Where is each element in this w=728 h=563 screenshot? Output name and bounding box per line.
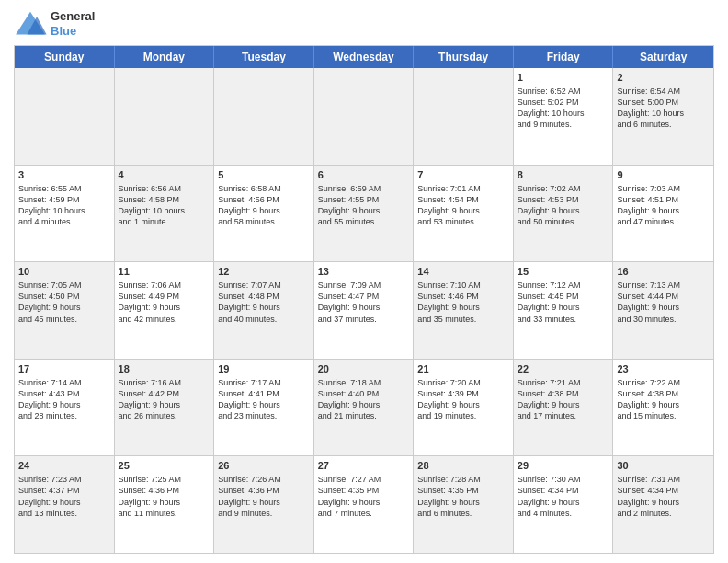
day-info: Sunrise: 6:59 AM Sunset: 4:55 PM Dayligh… xyxy=(318,183,410,228)
day-info: Sunrise: 7:12 AM Sunset: 4:45 PM Dayligh… xyxy=(518,280,609,325)
calendar-cell-1: 1Sunrise: 6:52 AM Sunset: 5:02 PM Daylig… xyxy=(514,68,614,165)
calendar-cell-22: 22Sunrise: 7:21 AM Sunset: 4:38 PM Dayli… xyxy=(514,360,614,456)
day-number: 10 xyxy=(18,265,110,279)
day-info: Sunrise: 7:09 AM Sunset: 4:47 PM Dayligh… xyxy=(318,280,410,325)
day-number: 30 xyxy=(617,459,710,473)
logo: General Blue xyxy=(14,9,95,38)
day-number: 14 xyxy=(417,265,509,279)
day-info: Sunrise: 7:14 AM Sunset: 4:43 PM Dayligh… xyxy=(18,377,110,422)
calendar-cell-18: 18Sunrise: 7:16 AM Sunset: 4:42 PM Dayli… xyxy=(115,360,215,456)
calendar-cell-25: 25Sunrise: 7:25 AM Sunset: 4:36 PM Dayli… xyxy=(115,456,215,553)
day-info: Sunrise: 7:21 AM Sunset: 4:38 PM Dayligh… xyxy=(518,377,609,422)
logo-icon xyxy=(14,10,47,38)
day-number: 3 xyxy=(18,168,110,182)
day-number: 6 xyxy=(318,168,410,182)
day-number: 1 xyxy=(518,71,609,85)
day-number: 17 xyxy=(18,362,110,376)
day-number: 29 xyxy=(518,459,609,473)
day-info: Sunrise: 7:23 AM Sunset: 4:37 PM Dayligh… xyxy=(18,474,110,519)
day-info: Sunrise: 7:13 AM Sunset: 4:44 PM Dayligh… xyxy=(617,280,710,325)
day-info: Sunrise: 7:30 AM Sunset: 4:34 PM Dayligh… xyxy=(518,474,609,519)
day-number: 4 xyxy=(119,168,210,182)
calendar-cell-empty-0-2 xyxy=(214,68,314,165)
calendar-cell-24: 24Sunrise: 7:23 AM Sunset: 4:37 PM Dayli… xyxy=(15,456,115,553)
weekday-header-monday: Monday xyxy=(115,46,215,68)
logo-text: General Blue xyxy=(51,9,95,38)
calendar-cell-17: 17Sunrise: 7:14 AM Sunset: 4:43 PM Dayli… xyxy=(15,360,115,456)
day-info: Sunrise: 7:28 AM Sunset: 4:35 PM Dayligh… xyxy=(417,474,509,519)
calendar-cell-11: 11Sunrise: 7:06 AM Sunset: 4:49 PM Dayli… xyxy=(115,262,215,359)
calendar-cell-3: 3Sunrise: 6:55 AM Sunset: 4:59 PM Daylig… xyxy=(15,166,115,262)
calendar-cell-9: 9Sunrise: 7:03 AM Sunset: 4:51 PM Daylig… xyxy=(613,166,713,262)
day-number: 9 xyxy=(617,168,710,182)
day-info: Sunrise: 7:27 AM Sunset: 4:35 PM Dayligh… xyxy=(318,474,410,519)
calendar-cell-6: 6Sunrise: 6:59 AM Sunset: 4:55 PM Daylig… xyxy=(314,166,415,262)
calendar-row-0: 1Sunrise: 6:52 AM Sunset: 5:02 PM Daylig… xyxy=(15,68,713,166)
calendar-row-2: 10Sunrise: 7:05 AM Sunset: 4:50 PM Dayli… xyxy=(15,262,713,360)
day-info: Sunrise: 7:25 AM Sunset: 4:36 PM Dayligh… xyxy=(119,474,210,519)
calendar-cell-empty-0-1 xyxy=(115,68,215,165)
day-number: 24 xyxy=(18,459,110,473)
day-info: Sunrise: 7:16 AM Sunset: 4:42 PM Dayligh… xyxy=(119,377,210,422)
day-info: Sunrise: 7:03 AM Sunset: 4:51 PM Dayligh… xyxy=(617,183,710,228)
day-number: 16 xyxy=(617,265,710,279)
day-info: Sunrise: 6:54 AM Sunset: 5:00 PM Dayligh… xyxy=(617,86,710,131)
day-number: 21 xyxy=(417,362,509,376)
page: General Blue SundayMondayTuesdayWednesda… xyxy=(0,0,728,563)
day-number: 26 xyxy=(218,459,310,473)
day-info: Sunrise: 7:05 AM Sunset: 4:50 PM Dayligh… xyxy=(18,280,110,325)
day-number: 18 xyxy=(119,362,210,376)
calendar: SundayMondayTuesdayWednesdayThursdayFrid… xyxy=(14,45,714,554)
calendar-cell-16: 16Sunrise: 7:13 AM Sunset: 4:44 PM Dayli… xyxy=(613,262,713,359)
day-info: Sunrise: 7:17 AM Sunset: 4:41 PM Dayligh… xyxy=(218,377,310,422)
day-number: 5 xyxy=(218,168,310,182)
calendar-cell-23: 23Sunrise: 7:22 AM Sunset: 4:38 PM Dayli… xyxy=(613,360,713,456)
day-info: Sunrise: 7:02 AM Sunset: 4:53 PM Dayligh… xyxy=(518,183,609,228)
day-info: Sunrise: 7:06 AM Sunset: 4:49 PM Dayligh… xyxy=(119,280,210,325)
calendar-cell-26: 26Sunrise: 7:26 AM Sunset: 4:36 PM Dayli… xyxy=(214,456,314,553)
day-number: 12 xyxy=(218,265,310,279)
calendar-cell-empty-0-4 xyxy=(414,68,514,165)
calendar-cell-20: 20Sunrise: 7:18 AM Sunset: 4:40 PM Dayli… xyxy=(314,360,415,456)
day-number: 19 xyxy=(218,362,310,376)
calendar-cell-15: 15Sunrise: 7:12 AM Sunset: 4:45 PM Dayli… xyxy=(514,262,614,359)
calendar-cell-28: 28Sunrise: 7:28 AM Sunset: 4:35 PM Dayli… xyxy=(414,456,514,553)
calendar-cell-8: 8Sunrise: 7:02 AM Sunset: 4:53 PM Daylig… xyxy=(514,166,614,262)
day-number: 22 xyxy=(518,362,609,376)
weekday-header-wednesday: Wednesday xyxy=(314,46,415,68)
weekday-header-saturday: Saturday xyxy=(613,46,713,68)
calendar-cell-14: 14Sunrise: 7:10 AM Sunset: 4:46 PM Dayli… xyxy=(414,262,514,359)
calendar-cell-10: 10Sunrise: 7:05 AM Sunset: 4:50 PM Dayli… xyxy=(15,262,115,359)
day-number: 8 xyxy=(518,168,609,182)
calendar-cell-29: 29Sunrise: 7:30 AM Sunset: 4:34 PM Dayli… xyxy=(514,456,614,553)
weekday-header-tuesday: Tuesday xyxy=(214,46,314,68)
calendar-body: 1Sunrise: 6:52 AM Sunset: 5:02 PM Daylig… xyxy=(15,68,713,553)
calendar-cell-19: 19Sunrise: 7:17 AM Sunset: 4:41 PM Dayli… xyxy=(214,360,314,456)
day-info: Sunrise: 6:58 AM Sunset: 4:56 PM Dayligh… xyxy=(218,183,310,228)
day-number: 27 xyxy=(318,459,410,473)
calendar-cell-empty-0-0 xyxy=(15,68,115,165)
calendar-cell-5: 5Sunrise: 6:58 AM Sunset: 4:56 PM Daylig… xyxy=(214,166,314,262)
calendar-header: SundayMondayTuesdayWednesdayThursdayFrid… xyxy=(15,46,713,68)
day-number: 2 xyxy=(617,71,710,85)
calendar-row-3: 17Sunrise: 7:14 AM Sunset: 4:43 PM Dayli… xyxy=(15,360,713,457)
day-number: 25 xyxy=(119,459,210,473)
day-number: 28 xyxy=(417,459,509,473)
day-info: Sunrise: 7:31 AM Sunset: 4:34 PM Dayligh… xyxy=(617,474,710,519)
day-number: 11 xyxy=(119,265,210,279)
calendar-cell-2: 2Sunrise: 6:54 AM Sunset: 5:00 PM Daylig… xyxy=(613,68,713,165)
weekday-header-friday: Friday xyxy=(514,46,614,68)
day-number: 13 xyxy=(318,265,410,279)
calendar-cell-4: 4Sunrise: 6:56 AM Sunset: 4:58 PM Daylig… xyxy=(115,166,215,262)
weekday-header-sunday: Sunday xyxy=(15,46,115,68)
day-info: Sunrise: 7:01 AM Sunset: 4:54 PM Dayligh… xyxy=(417,183,509,228)
calendar-row-1: 3Sunrise: 6:55 AM Sunset: 4:59 PM Daylig… xyxy=(15,166,713,263)
day-info: Sunrise: 7:26 AM Sunset: 4:36 PM Dayligh… xyxy=(218,474,310,519)
calendar-cell-21: 21Sunrise: 7:20 AM Sunset: 4:39 PM Dayli… xyxy=(414,360,514,456)
day-number: 7 xyxy=(417,168,509,182)
day-info: Sunrise: 7:20 AM Sunset: 4:39 PM Dayligh… xyxy=(417,377,509,422)
day-info: Sunrise: 7:10 AM Sunset: 4:46 PM Dayligh… xyxy=(417,280,509,325)
calendar-cell-7: 7Sunrise: 7:01 AM Sunset: 4:54 PM Daylig… xyxy=(414,166,514,262)
day-info: Sunrise: 7:22 AM Sunset: 4:38 PM Dayligh… xyxy=(617,377,710,422)
calendar-row-4: 24Sunrise: 7:23 AM Sunset: 4:37 PM Dayli… xyxy=(15,456,713,553)
